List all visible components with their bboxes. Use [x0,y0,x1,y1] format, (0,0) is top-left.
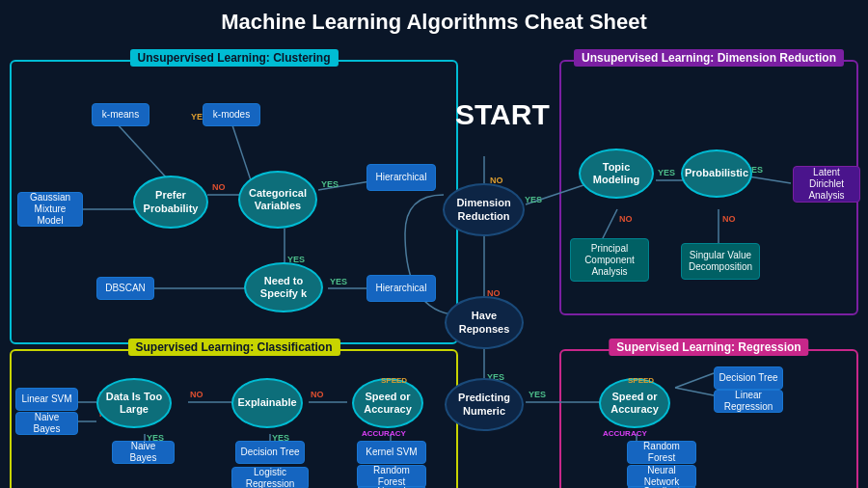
need-specify-node: Need to Specify k [244,262,323,312]
predicting-numeric-node: Predicting Numeric [445,378,524,431]
speed-acc1-node: Speed or Accuracy [352,378,423,428]
speed2-label: SPEED [628,376,654,385]
naive-bayes1-node: Naive Bayes [15,412,78,435]
linear-svm-node: Linear SVM [15,388,78,411]
neural-network2-node: Neural Network [627,465,696,488]
random-forest1-node: Random Forest [357,465,426,488]
sup-reg-section: Supervised Learning: Regression [559,349,858,488]
latent-dirichlet-node: Latent Dirichlet Analysis [793,166,860,203]
have-reponses-node: Have Reponses [445,296,524,349]
accuracy2-label: ACCURACY [603,429,647,438]
label-pred-yes: YES [529,390,546,399]
explainable-node: Explainable [231,378,303,428]
decision-tree2-node: Decision Tree [714,366,783,390]
kernel-svm-node: Kernel SVM [357,441,426,464]
unsup-dim-label: Unsupervised Learning: Dimension Reducti… [574,49,844,67]
naive-bayes2-node: Naive Bayes [112,441,175,464]
prefer-prob-node: Prefer Probability [133,176,208,229]
cat-vars-node: Categorical Variables [238,171,317,229]
accuracy1-label: ACCURACY [362,429,406,438]
gaussian-node: Gaussian Mixture Model [17,192,83,227]
topic-modeling-node: Topic Modeling [579,149,654,199]
random-forest2-node: Random Forest [627,441,696,464]
data-too-large-node: Data Is Too Large [96,378,172,428]
unsup-cluster-label: Unsupervised Learning: Clustering [129,49,338,67]
decision-tree1-node: Decision Tree [235,441,305,464]
logistic-regression-node: Logistic Regression [231,467,309,488]
dbscan-node: DBSCAN [96,277,154,300]
k-means-node: k-means [92,103,149,126]
start-node: START [455,98,532,131]
label-dimred-yes: YES [525,195,542,204]
speed-acc2-node: Speed or Accuracy [599,378,670,428]
sup-class-label: Supervised Learning: Classification [127,339,339,356]
probabilistic-node: Probabilistic [681,149,752,198]
hierarchical2-node: Hierarchical [366,275,436,302]
linear-regression-node: Linear Regression [714,390,783,413]
k-modes-node: k-modes [203,103,260,126]
sup-reg-label: Supervised Learning: Regression [609,339,808,356]
dimension-reduction-node: Dimension Reduction [443,183,525,236]
hierarchical1-node: Hierarchical [366,164,436,191]
svd-node: Singular Value Decomposition [681,243,760,280]
speed1-label: SPEED [381,376,407,385]
pca-node: Principal Component Analysis [570,238,649,282]
page-title: Machine Learning Algorithms Cheat Sheet [0,0,868,41]
